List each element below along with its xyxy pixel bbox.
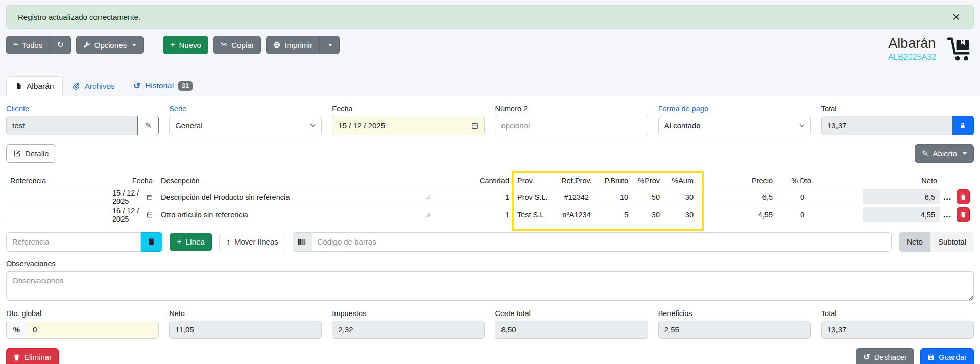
tab-albaran[interactable]: Albarán — [6, 76, 63, 96]
cell-prov[interactable]: Test S.L — [513, 206, 557, 224]
cliente-input[interactable] — [6, 116, 138, 135]
field-forma-pago: Forma de pago Al contado — [658, 105, 811, 135]
barcode-input[interactable] — [312, 232, 892, 252]
eliminar-button[interactable]: Eliminar — [6, 348, 59, 364]
cliente-label-link[interactable]: Cliente — [6, 105, 159, 113]
neto-total-input[interactable] — [169, 321, 322, 339]
beneficios-input[interactable] — [658, 321, 811, 339]
cell-referencia[interactable] — [6, 206, 108, 224]
close-icon[interactable]: × — [950, 10, 962, 23]
opciones-button[interactable]: Opciones — [76, 36, 144, 54]
tab-archivos[interactable]: Archivos — [63, 76, 124, 96]
imprimir-dropdown-button[interactable] — [320, 36, 340, 54]
neto-toggle-button[interactable]: Neto — [899, 232, 930, 252]
field-total-final: Total — [821, 309, 974, 339]
nuevo-button[interactable]: + Nuevo — [163, 36, 208, 54]
resize-grip-icon[interactable] — [426, 213, 431, 217]
referencia-input[interactable] — [6, 232, 141, 252]
cell-pct-aum[interactable]: 30 — [664, 188, 698, 206]
cell-cantidad[interactable]: 1 — [462, 206, 513, 224]
cell-referencia[interactable] — [6, 188, 108, 206]
cell-p-bruto[interactable]: 10 — [596, 188, 632, 206]
forma-pago-select[interactable]: Al contado — [658, 116, 811, 135]
col-neto: Neto — [828, 175, 941, 188]
cell-prov[interactable]: Prov S.L. — [513, 188, 557, 206]
percent-icon[interactable]: % — [6, 321, 27, 339]
arrows-up-down-icon: ↕ — [226, 238, 230, 246]
guardar-button[interactable]: Guardar — [920, 348, 974, 364]
cell-dto[interactable]: 0 — [777, 206, 828, 224]
detail-state-row: Detalle ✎ Abierto — [6, 144, 974, 163]
refresh-button[interactable]: ↻ — [50, 36, 70, 54]
product-catalog-button[interactable] — [141, 232, 162, 252]
row-delete-button[interactable] — [957, 207, 970, 222]
cell-pct-prov[interactable]: 50 — [632, 188, 664, 206]
col-p-bruto: P.Bruto — [596, 175, 632, 188]
total-input[interactable] — [821, 116, 952, 135]
estado-dropdown-button[interactable]: ✎ Abierto — [915, 144, 974, 163]
todos-button[interactable]: ≡ Todos — [6, 36, 50, 54]
cell-fecha[interactable]: 15 / 12 / 2025 — [112, 189, 153, 205]
cell-precio[interactable]: 4,55 — [698, 206, 777, 224]
tab-bar: Albarán Archivos ↺ Historial 31 — [6, 76, 974, 96]
impuestos-input[interactable] — [332, 321, 485, 339]
serie-select[interactable]: General — [169, 116, 322, 135]
total-final-input[interactable] — [821, 321, 974, 339]
imprimir-button[interactable]: Imprimir — [266, 36, 319, 54]
opciones-label: Opciones — [94, 41, 127, 50]
deshacer-button[interactable]: ↺ Deshacer — [856, 348, 914, 364]
footer-actions: Eliminar ↺ Deshacer Guardar — [6, 348, 974, 364]
albaran-panel: Cliente ✎ Serie General Fecha 15 / 12 / … — [0, 96, 980, 364]
tab-historial[interactable]: ↺ Historial 31 — [124, 76, 202, 96]
cell-ref-prov[interactable]: nºA1234 — [557, 206, 596, 224]
fecha-date-input[interactable]: 15 / 12 / 2025 — [332, 116, 485, 135]
cell-descripcion[interactable]: Otro artículo sin referencia — [161, 211, 458, 219]
forma-pago-label-link[interactable]: Forma de pago — [658, 105, 811, 113]
cell-ref-prov[interactable]: #12342 — [557, 188, 596, 206]
col-fecha: Fecha — [108, 175, 157, 188]
lock-total-button[interactable] — [952, 116, 974, 135]
resize-grip-icon[interactable] — [426, 195, 431, 200]
dto-global-input[interactable] — [27, 321, 159, 339]
row-more-button[interactable]: … — [942, 210, 953, 219]
detalle-button[interactable]: Detalle — [6, 144, 56, 163]
cell-precio[interactable]: 6,5 — [698, 188, 777, 206]
copiar-button[interactable]: ✂ Copiar — [213, 36, 261, 54]
cell-descripcion[interactable]: Descripción del Producto sin referencia — [161, 193, 458, 201]
observaciones-field: Observaciones — [6, 260, 974, 302]
observaciones-textarea[interactable] — [6, 271, 974, 301]
imprimir-button-group: Imprimir — [266, 36, 339, 54]
linea-label: Línea — [185, 237, 205, 246]
cell-neto: 4,55 — [863, 207, 940, 222]
impuestos-label: Impuestos — [332, 309, 485, 318]
eliminar-label: Eliminar — [24, 353, 52, 361]
cell-cantidad[interactable]: 1 — [462, 188, 513, 206]
deshacer-label: Deshacer — [874, 353, 907, 361]
cell-pct-prov[interactable]: 30 — [632, 206, 664, 224]
row-delete-button[interactable] — [957, 189, 970, 204]
subtotal-toggle-button[interactable]: Subtotal — [930, 232, 974, 252]
cell-pct-aum[interactable]: 30 — [664, 206, 698, 224]
field-serie: Serie General — [169, 105, 322, 135]
table-header-row: Referencia Fecha Descripción Cantidad Pr… — [6, 175, 974, 188]
list-icon: ≡ — [13, 41, 18, 49]
serie-label-link[interactable]: Serie — [169, 105, 322, 113]
field-neto-total: Neto — [169, 309, 322, 339]
cell-dto[interactable]: 0 — [777, 188, 828, 206]
coste-total-input[interactable] — [495, 321, 648, 339]
mover-lineas-button[interactable]: ↕ Mover líneas — [219, 233, 285, 251]
cell-p-bruto[interactable]: 5 — [596, 206, 632, 224]
trash-icon — [960, 211, 966, 218]
caret-down-icon — [328, 44, 332, 46]
totals-bar: Dto. global % Neto Impuestos Coste total… — [6, 309, 974, 339]
edit-cliente-button[interactable]: ✎ — [137, 116, 159, 135]
add-linea-button[interactable]: + Línea — [170, 233, 212, 251]
nuevo-label: Nuevo — [179, 41, 201, 50]
row-more-button[interactable]: … — [942, 192, 953, 201]
col-prov: Prov. — [513, 175, 557, 188]
barcode-group — [293, 232, 892, 252]
cell-fecha[interactable]: 16 / 12 / 2025 — [112, 207, 153, 223]
col-cantidad: Cantidad — [462, 175, 513, 188]
numero2-input[interactable] — [495, 116, 648, 135]
barcode-icon — [293, 232, 312, 252]
